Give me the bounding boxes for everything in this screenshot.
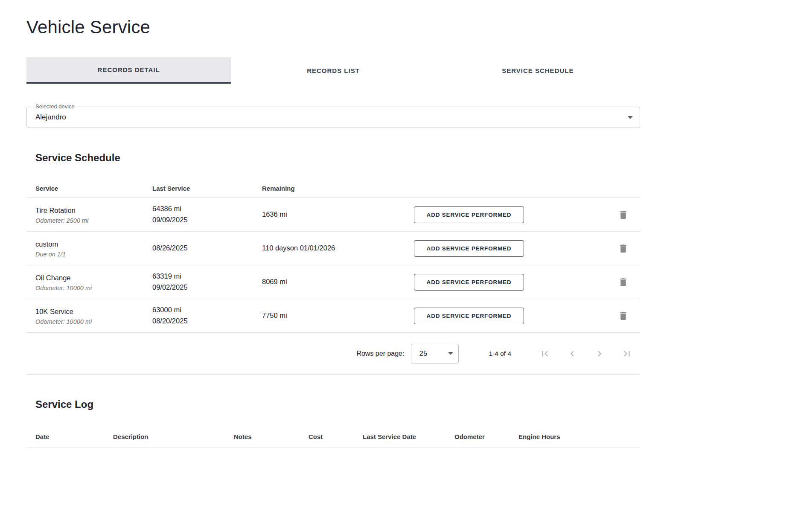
pagination-range: 1-4 of 4 (489, 350, 511, 358)
rows-per-page-value: 25 (419, 349, 448, 358)
column-header-service: Service (35, 185, 152, 192)
table-row: 10K Service Odometer: 10000 mi 63000 mi … (26, 299, 640, 333)
caret-down-icon (448, 352, 453, 355)
trash-icon (618, 277, 629, 288)
last-service-cell: 64386 mi 09/09/2025 (152, 203, 262, 225)
table-row: custom Due on 1/1 08/26/2025 110 dayson … (26, 232, 640, 265)
last-service-line1: 63000 mi (152, 305, 262, 316)
add-service-performed-button[interactable]: ADD SERVICE PERFORMED (414, 206, 524, 223)
chevron-right-icon (594, 348, 605, 359)
previous-page-button[interactable] (563, 345, 581, 363)
last-page-button[interactable] (618, 345, 636, 363)
column-header-last-service: Last Service (152, 185, 262, 192)
service-log-table-header: Date Description Notes Cost Last Service… (26, 426, 640, 448)
remaining-cell: 7750 mi (262, 310, 414, 321)
rows-per-page-label: Rows per page: (356, 350, 404, 358)
table-row: Tire Rotation Odometer: 2500 mi 64386 mi… (26, 198, 640, 232)
service-sub: Due on 1/1 (35, 251, 152, 258)
column-header-notes: Notes (234, 433, 309, 440)
trash-icon (618, 243, 629, 254)
service-sub: Odometer: 10000 mi (35, 318, 152, 325)
service-name: 10K Service (35, 306, 152, 317)
service-cell: Tire Rotation Odometer: 2500 mi (35, 205, 152, 224)
trash-icon (618, 209, 629, 220)
column-header-description: Description (113, 433, 234, 440)
last-page-icon (621, 348, 632, 359)
last-service-cell: 63000 mi 08/20/2025 (152, 305, 262, 326)
service-name: Tire Rotation (35, 205, 152, 216)
last-service-line2: 09/02/2025 (152, 282, 262, 293)
add-service-performed-button[interactable]: ADD SERVICE PERFORMED (414, 240, 524, 257)
column-header-last-service-date: Last Service Date (363, 433, 454, 440)
table-row: Oil Change Odometer: 10000 mi 63319 mi 0… (26, 265, 640, 299)
last-service-line1: 64386 mi (152, 203, 262, 215)
tab-service-schedule[interactable]: SERVICE SCHEDULE (436, 57, 640, 84)
service-sub: Odometer: 10000 mi (35, 285, 152, 291)
last-service-cell: 63319 mi 09/02/2025 (152, 271, 262, 293)
service-name: custom (35, 239, 152, 250)
column-header-engine-hours: Engine Hours (518, 433, 631, 440)
add-service-performed-button[interactable]: ADD SERVICE PERFORMED (414, 274, 524, 291)
service-sub: Odometer: 2500 mi (35, 217, 152, 224)
device-select[interactable]: Selected device Alejandro (26, 107, 640, 128)
pagination-bar: Rows per page: 25 1-4 of 4 (26, 333, 640, 375)
service-cell: custom Due on 1/1 (35, 239, 152, 258)
delete-button[interactable] (615, 241, 631, 256)
column-header-date: Date (35, 433, 113, 440)
column-header-cost: Cost (309, 433, 363, 440)
column-header-odometer: Odometer (454, 433, 518, 440)
tab-records-list[interactable]: RECORDS LIST (231, 57, 435, 84)
service-name: Oil Change (35, 273, 152, 284)
device-select-value: Alejandro (35, 113, 628, 122)
page-title: Vehicle Service (26, 17, 640, 38)
chevron-left-icon (567, 348, 578, 359)
main-content: Vehicle Service RECORDS DETAIL RECORDS L… (26, 0, 640, 448)
delete-button[interactable] (615, 207, 631, 223)
remaining-cell: 8069 mi (262, 276, 414, 288)
device-select-label: Selected device (33, 103, 77, 110)
last-service-line1: 63319 mi (152, 271, 262, 282)
first-page-icon (539, 348, 550, 359)
column-header-remaining: Remaining (262, 185, 414, 192)
last-service-line2: 08/20/2025 (152, 316, 262, 327)
caret-down-icon (628, 116, 633, 119)
last-service-line1: 08/26/2025 (152, 243, 262, 254)
next-page-button[interactable] (591, 345, 608, 363)
service-log-heading: Service Log (26, 398, 640, 410)
first-page-button[interactable] (536, 345, 554, 363)
add-service-performed-button[interactable]: ADD SERVICE PERFORMED (414, 308, 524, 324)
service-cell: Oil Change Odometer: 10000 mi (35, 273, 152, 292)
last-service-cell: 08/26/2025 (152, 243, 262, 254)
tab-records-detail[interactable]: RECORDS DETAIL (26, 57, 231, 84)
last-service-line2: 09/09/2025 (152, 215, 262, 226)
remaining-cell: 1636 mi (262, 209, 414, 220)
remaining-cell: 110 dayson 01/01/2026 (262, 243, 414, 254)
service-cell: 10K Service Odometer: 10000 mi (35, 306, 152, 326)
trash-icon (618, 311, 629, 321)
schedule-table-header: Service Last Service Remaining (26, 179, 640, 198)
delete-button[interactable] (615, 308, 631, 324)
tab-bar: RECORDS DETAIL RECORDS LIST SERVICE SCHE… (26, 57, 640, 84)
rows-per-page-select[interactable]: 25 (411, 344, 459, 363)
delete-button[interactable] (615, 274, 631, 290)
service-schedule-heading: Service Schedule (26, 152, 640, 164)
